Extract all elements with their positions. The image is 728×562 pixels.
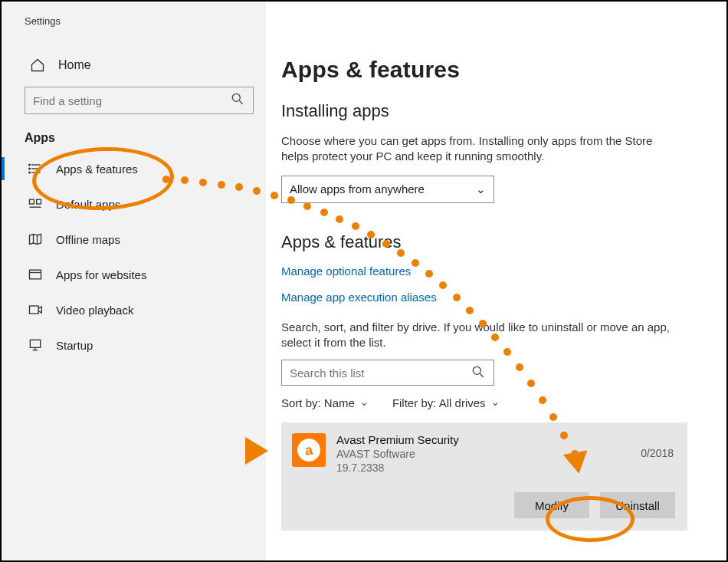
app-version: 19.7.2338 [336,462,675,474]
page-title: Apps & features [281,2,726,83]
modify-button[interactable]: Modify [514,492,589,518]
uninstall-button[interactable]: Uninstall [600,492,675,518]
svg-rect-16 [30,340,40,347]
filter-desc: Search, sort, and filter by drive. If yo… [281,320,672,351]
sidebar: Settings Home Apps Apps & features Defa [2,2,266,560]
svg-rect-15 [30,306,39,314]
svg-point-7 [29,172,31,173]
svg-rect-8 [30,199,34,204]
install-source-value: Allow apps from anywhere [290,182,425,196]
svg-rect-13 [30,270,41,279]
app-date: 0/2018 [641,447,674,459]
nav-default-apps[interactable]: Default apps [2,186,266,222]
main-pane: Apps & features Installing apps Choose w… [266,2,726,560]
svg-line-20 [480,373,484,376]
websites-icon [25,267,45,282]
app-name: Avast Premium Security [336,433,675,446]
search-icon [230,91,245,110]
svg-rect-9 [37,199,41,204]
nav-label: Apps for websites [56,268,146,281]
installing-heading: Installing apps [281,101,726,121]
app-list-item[interactable]: a Avast Premium Security AVAST Software … [281,422,687,531]
home-nav[interactable]: Home [2,27,266,73]
filter-label: Filter by: [392,396,437,409]
video-icon [25,302,45,317]
nav-apps-for-websites[interactable]: Apps for websites [2,257,266,292]
startup-icon [25,337,45,353]
find-setting-input[interactable] [33,94,230,107]
chevron-down-icon: ⌄ [476,182,486,196]
nav-offline-maps[interactable]: Offline maps [2,222,266,257]
svg-line-1 [240,101,243,104]
installing-desc: Choose where you can get apps from. Inst… [281,133,672,165]
search-app-input[interactable] [290,366,471,380]
sort-value: Name [324,396,369,409]
section-label: Apps [2,114,266,151]
manage-execution-aliases-link[interactable]: Manage app execution aliases [281,291,437,304]
settings-window: Settings Home Apps Apps & features Defa [0,0,728,562]
nav-label: Apps & features [56,163,138,176]
nav-label: Default apps [56,198,120,211]
filter-value: All drives [439,396,500,409]
nav-apps-features[interactable]: Apps & features [2,151,266,186]
app-publisher: AVAST Software [336,448,675,460]
defaults-icon [25,196,45,212]
nav-startup[interactable]: Startup [2,327,266,363]
find-setting-search[interactable] [25,87,254,114]
search-icon [471,364,486,382]
apps-features-subheading: Apps & features [281,232,726,252]
sort-by-control[interactable]: Sort by: Name [281,396,369,410]
search-app-list[interactable] [281,360,494,386]
home-icon [28,58,48,73]
svg-point-19 [473,366,480,374]
nav-label: Offline maps [56,233,120,246]
list-icon [25,161,45,176]
avast-logo-icon: a [292,433,326,467]
svg-point-0 [232,94,240,101]
window-title: Settings [2,2,266,27]
map-icon [25,232,45,247]
install-source-dropdown[interactable]: Allow apps from anywhere ⌄ [281,176,494,203]
nav-label: Video playback [56,304,133,317]
nav-video-playback[interactable]: Video playback [2,292,266,327]
sort-label: Sort by: [281,396,321,409]
svg-point-5 [29,164,31,166]
manage-optional-features-link[interactable]: Manage optional features [281,265,411,278]
nav-label: Startup [56,339,93,352]
sort-filter-row: Sort by: Name Filter by: All drives [281,396,726,410]
filter-by-control[interactable]: Filter by: All drives [392,396,500,410]
home-label: Home [58,58,91,72]
svg-point-6 [29,168,31,169]
